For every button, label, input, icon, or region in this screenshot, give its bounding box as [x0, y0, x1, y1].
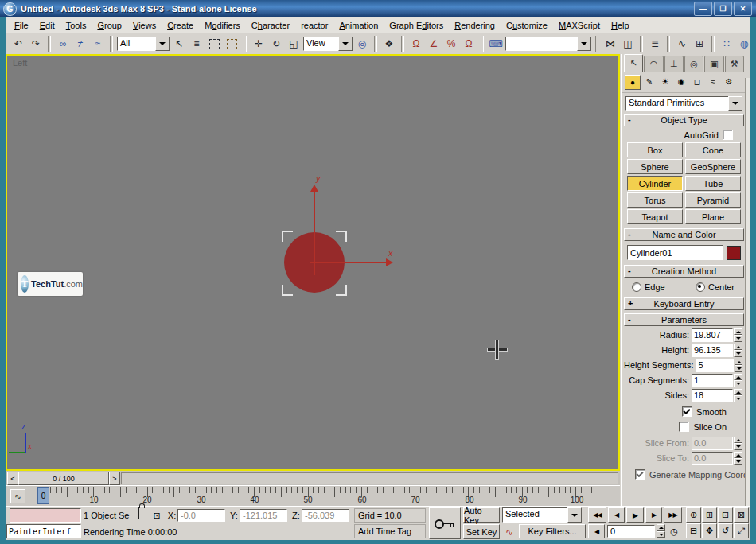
go-to-start-button[interactable]: ◀◀: [588, 507, 606, 523]
menu-graph-editors[interactable]: Graph Editors: [384, 19, 449, 32]
layer-manager-icon[interactable]: ≣: [647, 36, 663, 52]
menu-character[interactable]: Character: [246, 19, 295, 32]
sphere-button[interactable]: Sphere: [627, 159, 683, 174]
menu-rendering[interactable]: Rendering: [449, 19, 501, 32]
time-slider-next-button[interactable]: >: [109, 472, 120, 485]
menu-file[interactable]: File: [9, 19, 34, 32]
redo-icon[interactable]: ↷: [28, 36, 44, 52]
spinner-snap-icon[interactable]: Ω: [461, 36, 477, 52]
maxscript-mini-listener[interactable]: [10, 508, 81, 523]
tab-motion[interactable]: ◎: [684, 56, 703, 72]
height-field[interactable]: [692, 345, 732, 355]
reference-coordinate-dropdown[interactable]: View: [303, 37, 353, 51]
mirror-icon[interactable]: ⋈: [602, 36, 618, 52]
render-scene-icon[interactable]: ◍: [736, 36, 750, 52]
set-key-button[interactable]: Set Key: [463, 524, 500, 539]
chevron-down-icon[interactable]: [577, 37, 591, 51]
default-in-out-tangent-icon[interactable]: ∿: [502, 526, 516, 538]
helpers-category-icon[interactable]: ◻: [690, 75, 704, 88]
rollout-parameters-header[interactable]: - Parameters: [624, 313, 744, 326]
maximize-button[interactable]: ❐: [714, 2, 732, 16]
teapot-button[interactable]: Teapot: [627, 209, 683, 224]
viewport-left[interactable]: Left T TechTut.com y x z x: [6, 54, 620, 471]
rollout-object-type-header[interactable]: - Object Type: [624, 114, 744, 126]
cameras-category-icon[interactable]: ◉: [674, 75, 688, 88]
cap-segments-spinner[interactable]: [734, 374, 742, 387]
angle-snap-icon[interactable]: ∠: [426, 36, 442, 52]
tab-hierarchy[interactable]: ⊥: [664, 56, 684, 72]
menu-reactor[interactable]: reactor: [295, 19, 333, 32]
radius-field[interactable]: [692, 330, 732, 340]
time-configuration-icon[interactable]: ◷: [667, 525, 681, 538]
maxscript-listener-line[interactable]: PainterInterf: [6, 524, 81, 538]
select-by-name-icon[interactable]: ≡: [189, 36, 205, 52]
pyramid-button[interactable]: Pyramid: [685, 192, 741, 208]
time-slider-prev-button[interactable]: <: [7, 472, 18, 485]
height-segments-spinner[interactable]: [735, 359, 742, 372]
box-button[interactable]: Box: [627, 142, 683, 157]
previous-frame-button[interactable]: ◀: [608, 507, 625, 523]
time-slider-track[interactable]: [121, 472, 618, 484]
app-logo-icon[interactable]: G: [3, 2, 17, 16]
menu-edit[interactable]: Edit: [34, 19, 60, 32]
menu-maxscript[interactable]: MAXScript: [553, 19, 606, 32]
y-coordinate-field[interactable]: [240, 511, 286, 520]
slice-on-checkbox[interactable]: [679, 422, 689, 432]
object-name-field[interactable]: [628, 248, 723, 258]
object-color-swatch[interactable]: [727, 246, 741, 260]
edge-radio[interactable]: Edge: [632, 282, 665, 292]
material-editor-icon[interactable]: ∷: [719, 36, 735, 52]
curve-editor-icon[interactable]: ∿: [674, 36, 690, 52]
set-keys-button[interactable]: [429, 507, 461, 539]
chevron-down-icon[interactable]: [728, 96, 742, 111]
cone-button[interactable]: Cone: [685, 142, 741, 157]
select-object-icon[interactable]: ↖: [171, 36, 187, 52]
autogrid-checkbox[interactable]: [723, 130, 733, 140]
next-frame-button[interactable]: ▶: [645, 507, 662, 523]
minimize-button[interactable]: —: [694, 2, 712, 16]
generate-mapping-checkbox[interactable]: [635, 469, 645, 480]
selection-filter-dropdown[interactable]: All: [117, 37, 170, 51]
tab-create[interactable]: ↖: [624, 54, 643, 72]
rollout-name-color-header[interactable]: - Name and Color: [624, 228, 744, 241]
add-time-tag[interactable]: Add Time Tag: [354, 524, 426, 538]
zoom-all-icon[interactable]: ⊞: [702, 507, 717, 523]
menu-views[interactable]: Views: [127, 19, 162, 32]
zoom-extents-all-icon[interactable]: ⊠: [734, 507, 749, 523]
menu-tools[interactable]: Tools: [60, 19, 92, 32]
play-button[interactable]: ▶: [626, 507, 644, 523]
close-button[interactable]: ✕: [734, 2, 752, 16]
absolute-offset-mode-icon[interactable]: ⊡: [150, 508, 163, 523]
shapes-category-icon[interactable]: ✎: [642, 75, 657, 88]
panel-scrollbar[interactable]: [745, 78, 750, 506]
rollout-creation-method-header[interactable]: - Creation Method: [624, 265, 744, 278]
min-max-toggle-icon[interactable]: ⤢: [734, 523, 749, 538]
geometry-category-icon[interactable]: ●: [625, 75, 641, 90]
menu-create[interactable]: Create: [162, 19, 199, 32]
selection-lock-icon[interactable]: [138, 508, 139, 518]
key-mode-dropdown[interactable]: Selected: [502, 507, 582, 523]
cap-segments-field[interactable]: [692, 375, 732, 385]
use-pivot-point-icon[interactable]: ◎: [354, 36, 370, 52]
undo-icon[interactable]: ↶: [10, 36, 26, 52]
primitives-dropdown[interactable]: Standard Primitives: [625, 96, 742, 111]
percent-snap-icon[interactable]: %: [443, 36, 459, 52]
schematic-view-icon[interactable]: ⊞: [692, 36, 707, 52]
zoom-extents-icon[interactable]: ⊡: [718, 507, 733, 523]
named-selection-sets-dropdown[interactable]: [505, 37, 591, 51]
time-slider-handle[interactable]: 0 / 100: [18, 472, 109, 485]
window-crossing-icon[interactable]: [224, 36, 240, 52]
pan-icon[interactable]: ✥: [702, 523, 717, 538]
track-bar[interactable]: ∿ 0 10 20 30 40 50 60 70 80 90 100 0: [6, 485, 620, 507]
sides-spinner[interactable]: [734, 389, 742, 402]
menu-animation[interactable]: Animation: [333, 19, 384, 32]
keyboard-shortcut-override-icon[interactable]: ⌨: [488, 36, 504, 52]
rollout-keyboard-entry-header[interactable]: + Keyboard Entry: [624, 297, 744, 310]
arc-rotate-icon[interactable]: ↺: [718, 523, 733, 538]
chevron-down-icon[interactable]: [338, 37, 353, 51]
geosphere-button[interactable]: GeoSphere: [685, 159, 741, 174]
menu-customize[interactable]: Customize: [501, 19, 553, 32]
current-frame-marker[interactable]: 0: [37, 487, 49, 504]
space-warps-category-icon[interactable]: ≈: [706, 75, 720, 88]
rectangular-selection-region-icon[interactable]: [206, 36, 222, 52]
